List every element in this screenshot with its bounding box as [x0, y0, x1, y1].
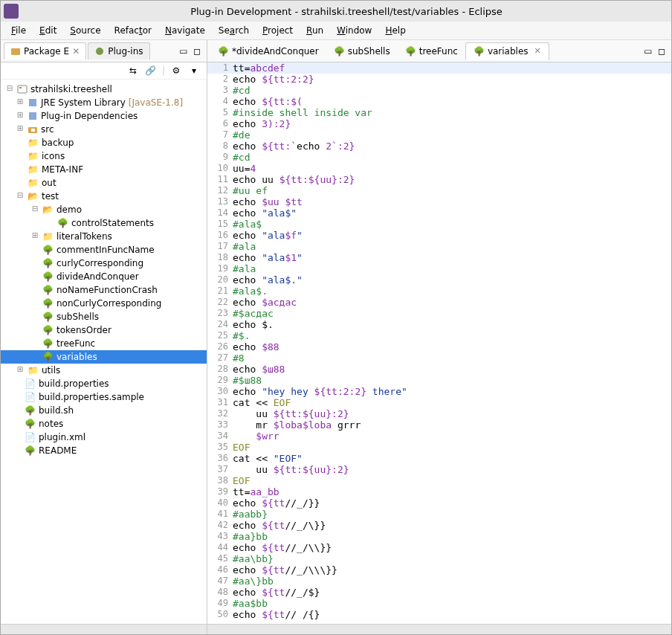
editor-tab-bar: 🌳*divideAndConquer 🌳subShells 🌳treeFunc … [207, 40, 671, 62]
tree-folder[interactable]: ⊞📁utils [1, 364, 207, 377]
editor-tab-divide[interactable]: 🌳*divideAndConquer [210, 43, 326, 59]
tree-file[interactable]: 🌳tokensOrder [1, 323, 207, 337]
tree-file-variables[interactable]: 🌳variables [1, 350, 207, 364]
tree-folder[interactable]: 📁out [1, 176, 207, 190]
package-explorer-pane: Package E ✕ Plug-ins ▭ ◻ ⇆ 🔗 | ⚙ ▾ [1, 40, 207, 634]
menu-source[interactable]: Source [64, 23, 106, 38]
main-menubar: File Edit Source Refactor Navigate Searc… [1, 22, 671, 40]
maximize-icon[interactable]: ◻ [192, 46, 202, 57]
editor-tab-treefunc[interactable]: 🌳treeFunc [398, 43, 465, 59]
tree-demo[interactable]: ⊟📂demo [1, 203, 207, 216]
menu-edit[interactable]: Edit [33, 23, 62, 38]
plugin-icon [94, 46, 105, 57]
tree-folder[interactable]: 📁META-INF [1, 163, 207, 176]
project-tree: ⊟ strahilski.treeshell ⊞ JRE System Libr… [1, 80, 207, 624]
tree-project[interactable]: ⊟ strahilski.treeshell [1, 83, 207, 96]
tree-file[interactable]: 🌳divideAndConquer [1, 270, 207, 283]
maximize-icon[interactable]: ◻ [656, 46, 667, 57]
window-titlebar: Plug-in Development - strahilski.treeshe… [1, 1, 671, 22]
tree-file[interactable]: 📄build.properties [1, 377, 207, 390]
tree-file[interactable]: 🌳curlyCorresponding [1, 257, 207, 270]
editor-tab-subshells[interactable]: 🌳subShells [326, 43, 398, 59]
tree-file[interactable]: 🌳nonCurlyCorresponding [1, 297, 207, 310]
tree-file[interactable]: 🌳commentInFuncName [1, 243, 207, 257]
tab-plugins[interactable]: Plug-ins [88, 42, 149, 59]
tree-file[interactable]: 🌳noNameFunctionCrash [1, 283, 207, 297]
tab-label: Package E [24, 46, 69, 57]
menu-window[interactable]: Window [331, 23, 378, 38]
svg-rect-2 [18, 86, 27, 93]
link-editor-icon[interactable]: 🔗 [146, 65, 156, 76]
svg-rect-4 [29, 99, 36, 106]
menu-file[interactable]: File [5, 23, 32, 38]
scrollbar-horizontal[interactable] [1, 624, 207, 634]
close-icon[interactable]: ✕ [72, 46, 80, 57]
collapse-all-icon[interactable]: ⇆ [128, 65, 138, 76]
tree-jre[interactable]: ⊞ JRE System Library [JavaSE-1.8] [1, 96, 207, 109]
menu-project[interactable]: Project [256, 23, 299, 38]
app-icon [4, 4, 19, 19]
close-icon[interactable]: ✕ [534, 46, 541, 56]
package-icon [10, 46, 21, 57]
tree-file[interactable]: 🌳treeFunc [1, 337, 207, 350]
tree-file[interactable]: 📄plugin.xml [1, 431, 207, 444]
tree-src[interactable]: ⊞ src [1, 123, 207, 136]
minimize-icon[interactable]: ▭ [643, 46, 653, 57]
tree-file[interactable]: 🌳build.sh [1, 404, 207, 417]
explorer-toolbar: ⇆ 🔗 | ⚙ ▾ [1, 62, 207, 80]
svg-point-1 [96, 48, 103, 55]
filter-icon[interactable]: ⚙ [171, 65, 181, 76]
menu-refactor[interactable]: Refactor [109, 23, 158, 38]
tree-file[interactable]: 🌳controlStatements [1, 216, 207, 230]
tree-plugin-deps[interactable]: ⊞ Plug-in Dependencies [1, 109, 207, 123]
window-title: Plug-in Development - strahilski.treeshe… [25, 6, 668, 17]
svg-rect-0 [11, 48, 20, 55]
menu-help[interactable]: Help [379, 23, 411, 38]
editor-tab-variables[interactable]: 🌳variables✕ [465, 42, 549, 60]
menu-run[interactable]: Run [300, 23, 329, 38]
tree-file[interactable]: 📄build.properties.sample [1, 390, 207, 404]
minimize-icon[interactable]: ▭ [178, 46, 189, 57]
editor-pane: 🌳*divideAndConquer 🌳subShells 🌳treeFunc … [207, 40, 671, 634]
view-menu-icon[interactable]: ▾ [189, 65, 199, 76]
tree-file[interactable]: 🌳notes [1, 417, 207, 431]
code-editor[interactable]: 1tt=abcdef 2echo ${tt:2:2} 3#cd 4echo ${… [207, 62, 671, 624]
svg-rect-3 [19, 87, 22, 88]
scrollbar-horizontal[interactable] [207, 624, 671, 634]
tree-folder[interactable]: 📁backup [1, 136, 207, 149]
srcfolder-icon [28, 124, 38, 135]
tree-file[interactable]: 🌳README [1, 444, 207, 457]
tree-test[interactable]: ⊟📂test [1, 190, 207, 203]
tree-literaltokens[interactable]: ⊞📁literalTokens [1, 230, 207, 243]
library-icon [28, 97, 38, 108]
menu-navigate[interactable]: Navigate [159, 23, 211, 38]
tree-folder[interactable]: 📁icons [1, 149, 207, 163]
tab-label: Plug-ins [108, 46, 143, 57]
tab-package-explorer[interactable]: Package E ✕ [4, 42, 86, 59]
tree-file[interactable]: 🌳subShells [1, 310, 207, 323]
svg-rect-5 [29, 112, 36, 120]
menu-search[interactable]: Search [213, 23, 255, 38]
project-icon [17, 84, 28, 94]
library-icon [28, 111, 38, 121]
svg-rect-7 [31, 129, 35, 132]
